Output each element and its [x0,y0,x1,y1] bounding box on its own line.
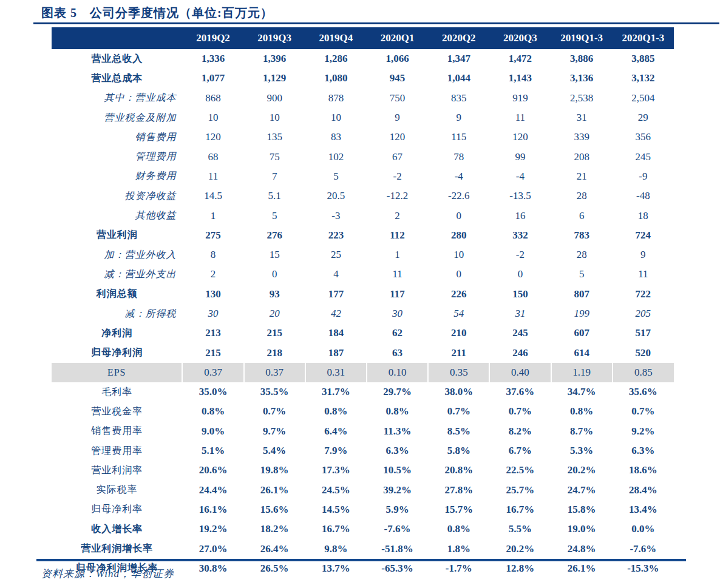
row-label: 其他收益 [52,206,182,225]
cell-value: 0.35 [428,363,489,382]
cell-value: -22.6 [428,186,489,206]
cell-value: 1 [182,206,243,225]
cell-value: 102 [305,147,367,166]
cell-value: 0.37 [244,363,305,382]
cell-value: 6.3% [613,441,674,461]
cell-value: 27.0% [182,539,243,558]
cell-value: 6.7% [489,441,551,461]
cell-value: 2,538 [551,89,613,108]
cell-value: 0.8% [182,402,243,421]
cell-value: 16.7% [489,500,551,519]
cell-value: 3,885 [613,49,674,69]
cell-value: 29 [613,108,674,127]
data-source-note: 资料来源：Wind，华创证券 [41,567,174,581]
table-row: 财务费用1175-2-4-421-9 [52,167,674,186]
cell-value: 5.9% [367,500,428,519]
column-header-2020q3: 2020Q3 [489,27,551,49]
cell-value: 9 [428,108,489,127]
cell-value: 26.1% [244,481,305,500]
cell-value: 5 [305,167,367,186]
cell-value: 5.4% [244,441,305,461]
figure-title: 图表 5 公司分季度情况（单位:百万元） [41,5,273,21]
row-label: 销售费用 [52,127,182,147]
cell-value: 83 [305,127,367,147]
cell-value: 24.5% [305,481,367,500]
cell-value: 30 [182,304,243,323]
cell-value: 12.8% [489,559,551,578]
table-row: 营业税金及附加10101099113129 [52,108,674,127]
row-label: 营业利润率 [52,461,182,480]
cell-value: 27.8% [428,481,489,500]
cell-value: 5.1% [182,441,243,461]
cell-value: 130 [182,285,243,304]
cell-value: 10 [428,245,489,265]
cell-value: 223 [305,226,367,245]
cell-value: 26.1% [551,559,613,578]
cell-value: 10 [305,108,367,127]
cell-value: 115 [428,127,489,147]
cell-value: 31 [551,108,613,127]
cell-value: 177 [305,285,367,304]
cell-value: 807 [551,285,613,304]
cell-value: 275 [182,226,243,245]
cell-value: 3,132 [613,69,674,88]
table-row: 净利润21321518462210245607517 [52,323,674,343]
cell-value: 9.8% [305,539,367,558]
cell-value: 20.2% [551,461,613,480]
cell-value: 20.2% [489,539,551,558]
cell-value: 10 [182,108,243,127]
cell-value: 99 [489,147,551,166]
cell-value: 9.7% [244,422,305,441]
row-label: 管理费用 [52,147,182,166]
table-row: 销售费用12013583120115120339356 [52,127,674,147]
table-row: 利润总额13093177117226150807722 [52,285,674,304]
row-label: 销售费用率 [52,422,182,441]
cell-value: 1,080 [305,69,367,88]
table-row: 销售费用率9.0%9.7%6.4%11.3%8.5%8.2%8.7%9.2% [52,422,674,441]
table-bottom-rule [36,559,686,561]
table-row: 营业总收入1,3361,3961,2861,0661,3471,4723,886… [52,49,674,69]
cell-value: 75 [244,147,305,166]
cell-value: 9 [367,108,428,127]
cell-value: 0.31 [305,363,367,382]
cell-value: 356 [613,127,674,147]
column-header-2019q2: 2019Q2 [182,27,243,49]
table-row: 实际税率24.4%26.1%24.5%39.2%27.8%25.7%24.7%2… [52,481,674,500]
cell-value: 0.7% [244,402,305,421]
row-label: 收入增长率 [52,519,182,539]
cell-value: 17.3% [305,461,367,480]
cell-value: 16.7% [305,519,367,539]
cell-value: -15.3% [613,559,674,578]
cell-value: 246 [489,343,551,362]
cell-value: -7.6% [613,539,674,558]
cell-value: 38.0% [428,382,489,402]
cell-value: 35.5% [244,382,305,402]
cell-value: 11 [182,167,243,186]
cell-value: 5.1 [244,186,305,206]
cell-value: 18 [613,206,674,225]
cell-value: 878 [305,89,367,108]
cell-value: 24.4% [182,481,243,500]
cell-value: 30.8% [182,559,243,578]
cell-value: 0 [244,265,305,284]
cell-value: 517 [613,323,674,343]
cell-value: 120 [182,127,243,147]
title-divider-rule [33,22,719,24]
cell-value: 0 [428,206,489,225]
cell-value: 78 [428,147,489,166]
cell-value: 150 [489,285,551,304]
cell-value: 0 [489,265,551,284]
cell-value: 62 [367,323,428,343]
cell-value: 900 [244,89,305,108]
cell-value: 7.9% [305,441,367,461]
cell-value: 750 [367,89,428,108]
table-row: 归母净利率16.1%15.6%14.5%5.9%15.7%16.7%15.8%1… [52,500,674,519]
cell-value: 0 [428,265,489,284]
cell-value: 120 [367,127,428,147]
cell-value: 93 [244,285,305,304]
cell-value: 0.40 [489,363,551,382]
row-label: 加：营业外收入 [52,245,182,265]
cell-value: 0.7% [428,402,489,421]
cell-value: -2 [489,245,551,265]
cell-value: 1,129 [244,69,305,88]
